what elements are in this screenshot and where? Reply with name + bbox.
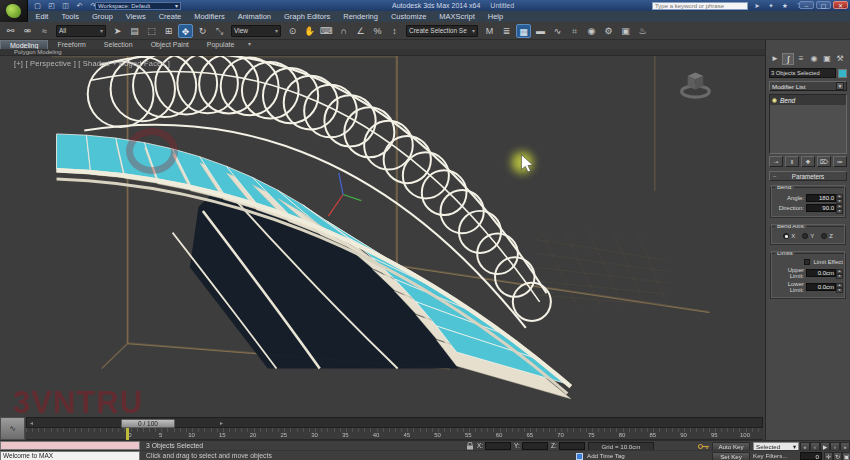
x-coord-field[interactable]	[485, 442, 511, 450]
menu-help[interactable]: Help	[481, 11, 509, 22]
modifier-enabled-icon[interactable]	[772, 98, 777, 103]
utilities-tab[interactable]: ⚒	[834, 53, 846, 65]
open-file-icon[interactable]: ◰	[46, 1, 57, 10]
menu-modifiers[interactable]: Modifiers	[188, 11, 231, 22]
parameters-rollout-header[interactable]: − Parameters	[769, 171, 847, 181]
reference-coordinate-dropdown[interactable]: View▾	[231, 25, 281, 37]
upper-limit-field[interactable]: 0.0cm	[806, 269, 836, 277]
direction-field[interactable]: 90.0	[806, 204, 836, 212]
select-and-rotate-icon[interactable]: ↻	[195, 24, 210, 38]
maximize-viewport-icon[interactable]: ▣	[842, 452, 850, 460]
radio-icon[interactable]	[802, 233, 808, 239]
selection-filter-dropdown[interactable]: All▾	[56, 25, 106, 37]
application-menu-button[interactable]	[0, 0, 28, 22]
rendered-frame-icon[interactable]: ▣	[618, 24, 633, 38]
angle-snap-icon[interactable]: ∠	[353, 24, 368, 38]
undo-icon[interactable]: ↶	[74, 1, 85, 10]
lock-selection-icon[interactable]	[466, 442, 474, 450]
modify-tab[interactable]: ∫	[782, 53, 794, 65]
orbit-icon[interactable]: ↻	[833, 452, 842, 460]
lower-limit-field[interactable]: 0.0cm	[806, 283, 836, 291]
spinner-snap-icon[interactable]: ↕	[387, 24, 402, 38]
create-tab[interactable]: ►	[769, 53, 781, 65]
new-scene-icon[interactable]: ▢	[32, 1, 43, 10]
select-and-manipulate-icon[interactable]: ✋	[302, 24, 317, 38]
macro-recorder-field[interactable]	[0, 441, 140, 450]
bend-axis-option-z[interactable]: Z	[821, 233, 833, 239]
minimize-button[interactable]: –	[799, 1, 814, 9]
bend-axis-option-y[interactable]: Y	[802, 233, 814, 239]
ribbon-panel-bar[interactable]: Polygon Modeling	[0, 49, 765, 56]
select-and-move-icon[interactable]: ✥	[178, 24, 193, 38]
slider-left-arrow-icon[interactable]: ◂	[30, 419, 33, 428]
pin-stack-button[interactable]: ⊸	[769, 156, 783, 167]
window-crossing-icon[interactable]: ⊞	[161, 24, 176, 38]
snaps-toggle-icon[interactable]: ∩	[336, 24, 351, 38]
object-color-swatch[interactable]	[838, 69, 847, 78]
motion-tab[interactable]: ◉	[808, 53, 820, 65]
track-bar-ruler[interactable]: 0510152025303540455055606570758085909510…	[26, 428, 763, 440]
menu-tools[interactable]: Tools	[55, 11, 86, 22]
object-name-field[interactable]: 3 Objects Selected	[769, 68, 836, 78]
modifier-list-dropdown[interactable]: Modifier List ▼	[769, 81, 847, 91]
select-and-link-icon[interactable]: ⚯	[3, 24, 18, 38]
render-production-icon[interactable]: ♨	[635, 24, 650, 38]
key-filters-button[interactable]: Key Filters...	[753, 451, 787, 460]
bind-to-space-warp-icon[interactable]: ≈	[37, 24, 52, 38]
menu-animation[interactable]: Animation	[231, 11, 277, 22]
limit-effect-checkbox[interactable]	[804, 259, 810, 265]
render-setup-icon[interactable]: ⚙	[601, 24, 616, 38]
direction-spinner[interactable]: ▲▼	[836, 204, 843, 212]
menu-rendering[interactable]: Rendering	[337, 11, 385, 22]
search-input[interactable]	[653, 3, 747, 9]
keyboard-override-icon[interactable]: ⌨	[319, 24, 334, 38]
community-icon[interactable]: ✦	[766, 1, 776, 10]
maxscript-mini-listener[interactable]: Welcome to MAX	[0, 451, 140, 460]
close-button[interactable]: ✕	[833, 1, 848, 9]
pan-icon[interactable]: ✛	[824, 452, 833, 460]
display-tab[interactable]: ▣	[821, 53, 833, 65]
ribbon-config-icon[interactable]: ▾	[243, 40, 255, 49]
current-frame-field[interactable]: 0	[800, 452, 822, 460]
named-selection-dropdown[interactable]: Create Selection Se▾	[406, 25, 478, 37]
angle-spinner[interactable]: ▲▼	[836, 194, 843, 202]
use-pivot-center-icon[interactable]: ⊙	[285, 24, 300, 38]
menu-graph-editors[interactable]: Graph Editors	[278, 11, 337, 22]
radio-icon[interactable]	[821, 233, 827, 239]
time-slider-track[interactable]: ◂ 0 / 100 ▸	[26, 417, 763, 428]
ribbon-tab-populate[interactable]: Populate	[198, 40, 244, 49]
rectangular-selection-icon[interactable]: ⬚	[144, 24, 159, 38]
z-coord-field[interactable]	[559, 442, 585, 450]
bend-axis-option-x[interactable]: X	[783, 233, 795, 239]
mirror-icon[interactable]: M	[482, 24, 497, 38]
menu-customize[interactable]: Customize	[384, 11, 432, 22]
radio-icon[interactable]	[783, 233, 789, 239]
align-icon[interactable]: ≣	[499, 24, 514, 38]
slider-right-arrow-icon[interactable]: ▸	[220, 419, 223, 428]
maximize-button[interactable]: ▢	[816, 1, 831, 9]
configure-modifier-sets-button[interactable]: ≔	[833, 156, 847, 167]
angle-field[interactable]: 180.0	[806, 194, 836, 202]
viewport-canvas[interactable]	[0, 56, 765, 417]
select-and-scale-icon[interactable]: ⤡	[212, 24, 227, 38]
time-slider-handle[interactable]: 0 / 100	[121, 419, 175, 428]
y-coord-field[interactable]	[522, 442, 548, 450]
menu-maxscript[interactable]: MAXScript	[433, 11, 481, 22]
save-file-icon[interactable]: ◫	[60, 1, 71, 10]
select-object-icon[interactable]: ➤	[110, 24, 125, 38]
material-editor-icon[interactable]: ◉	[584, 24, 599, 38]
modifier-stack[interactable]: Bend	[769, 94, 847, 154]
hierarchy-tab[interactable]: ≡	[795, 53, 807, 65]
graphite-ribbon-icon[interactable]: ▬	[533, 24, 548, 38]
ribbon-tab-object-paint[interactable]: Object Paint	[142, 40, 198, 49]
modifier-stack-entry[interactable]: Bend	[770, 95, 846, 105]
remove-modifier-button[interactable]: ⌦	[817, 156, 831, 167]
layer-manager-icon[interactable]: ▦	[516, 24, 531, 38]
ribbon-tab-selection[interactable]: Selection	[95, 40, 142, 49]
select-by-name-icon[interactable]: ▤	[127, 24, 142, 38]
menu-edit[interactable]: Edit	[29, 11, 55, 22]
make-unique-button[interactable]: ❖	[801, 156, 815, 167]
unlink-selection-icon[interactable]: ⚮	[20, 24, 35, 38]
menu-group[interactable]: Group	[85, 11, 119, 22]
menu-create[interactable]: Create	[152, 11, 188, 22]
